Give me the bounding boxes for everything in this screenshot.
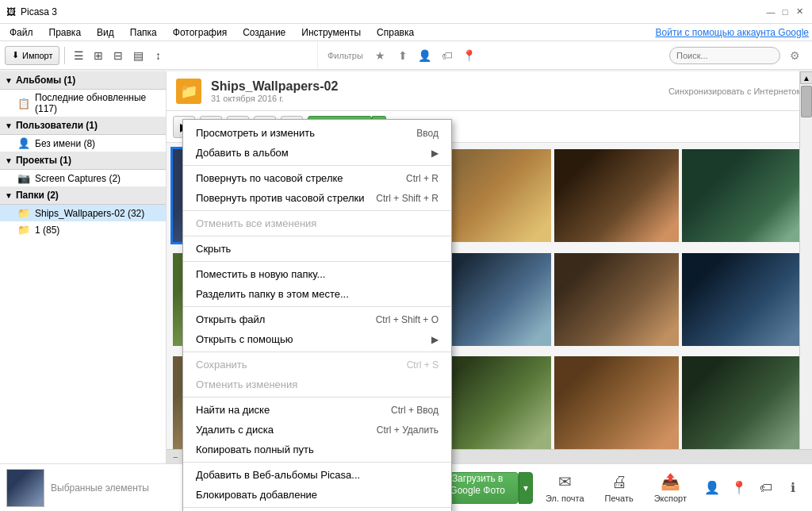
- ctx-split-folder-label: Разделить папку в этом месте...: [196, 288, 349, 300]
- sidebar-item-ships-folder[interactable]: 📁 Ships_Wallpapers-02 (32): [0, 205, 166, 221]
- ctx-find-on-disk[interactable]: Найти на диске Ctrl + Ввод: [183, 400, 451, 420]
- bottom-tools: 👤 📍 🏷 ℹ: [699, 475, 806, 501]
- ctx-divider-5: [183, 306, 451, 307]
- maximize-button[interactable]: □: [779, 6, 791, 18]
- photo-thumb-4[interactable]: [554, 149, 678, 242]
- menu-tools[interactable]: Инструменты: [295, 25, 367, 40]
- ctx-move-folder-label: Поместить в новую папку...: [196, 268, 325, 280]
- face-tag-button[interactable]: 👤: [699, 475, 725, 501]
- users-arrow-icon: ▼: [5, 121, 13, 130]
- scrollbar[interactable]: ▲ ▼: [799, 71, 812, 463]
- photo-thumb-15[interactable]: [682, 356, 806, 449]
- sidebar-projects-header[interactable]: ▼ Проекты (1): [0, 152, 166, 170]
- photo-thumb-14[interactable]: [554, 356, 678, 449]
- filter-person-icon[interactable]: 👤: [417, 48, 433, 63]
- ctx-block-add[interactable]: Блокировать добавление: [183, 485, 451, 505]
- ctx-rotate-cw-shortcut: Ctrl + R: [406, 173, 439, 184]
- ctx-divider-3: [183, 236, 451, 236]
- google-signin-link[interactable]: Войти с помощью аккаунта Google: [656, 27, 809, 38]
- export-button[interactable]: 📤 Экспорт: [646, 469, 695, 506]
- sidebar-users-header[interactable]: ▼ Пользователи (1): [0, 117, 166, 135]
- toolbar-icons: ☰ ⊞ ⊟ ▤ ↕: [70, 47, 167, 64]
- upload-google-dropdown[interactable]: ▾: [519, 472, 533, 504]
- ctx-divider-6: [183, 352, 451, 352]
- ctx-undo-all[interactable]: Отменить все изменения: [183, 213, 451, 233]
- ctx-divider-9: [183, 507, 451, 508]
- sync-button[interactable]: Синхронизировать с Интернетом: [668, 86, 802, 96]
- view-grid-icon[interactable]: ⊞: [90, 47, 107, 64]
- menu-create[interactable]: Создание: [236, 25, 292, 40]
- scroll-thumb[interactable]: [801, 86, 812, 117]
- ctx-find-on-disk-shortcut: Ctrl + Ввод: [391, 405, 439, 416]
- ctx-add-web-album[interactable]: Добавить в Веб-альбомы Picasa...: [183, 465, 451, 485]
- menu-folder[interactable]: Папка: [124, 25, 163, 40]
- filter-location-icon[interactable]: 📍: [462, 48, 477, 63]
- ctx-view-edit[interactable]: Просмотреть и изменить Ввод: [183, 123, 451, 143]
- ctx-copy-path[interactable]: Копировать полный путь: [183, 440, 451, 459]
- ctx-rotate-ccw[interactable]: Повернуть против часовой стрелки Ctrl + …: [183, 188, 451, 208]
- projects-header-label: Проекты (1): [16, 155, 71, 166]
- ctx-move-folder[interactable]: Поместить в новую папку...: [183, 264, 451, 284]
- print-icon: 🖨: [611, 473, 627, 491]
- view-small-icon[interactable]: ▤: [129, 47, 147, 64]
- ctx-hide[interactable]: Скрыть: [183, 239, 451, 259]
- ctx-split-folder[interactable]: Разделить папку в этом месте...: [183, 284, 451, 304]
- screen-captures-label: Screen Captures (2): [35, 173, 121, 184]
- search-input[interactable]: [669, 47, 780, 64]
- sidebar-item-screen-captures[interactable]: 📷 Screen Captures (2): [0, 170, 166, 186]
- sort-icon[interactable]: ↕: [149, 47, 167, 64]
- ctx-rotate-ccw-label: Повернуть против часовой стрелки: [196, 192, 365, 204]
- sidebar-item-recent[interactable]: 📋 Последние обновленные (117): [0, 90, 166, 117]
- email-button[interactable]: ✉ Эл. почта: [538, 469, 592, 506]
- sidebar-item-user[interactable]: 👤 Без имени (8): [0, 135, 166, 152]
- filter-upload-icon[interactable]: ⬆: [395, 48, 411, 63]
- selected-preview-thumb[interactable]: [6, 469, 44, 507]
- ctx-add-album-arrow: ▶: [431, 148, 439, 159]
- app-icon: 🖼: [6, 6, 16, 17]
- toolbar-separator: [64, 47, 65, 64]
- ctx-open-with[interactable]: Открыть с помощью ▶: [183, 329, 451, 349]
- filter-tag-icon[interactable]: 🏷: [439, 48, 455, 63]
- sidebar-folders-header[interactable]: ▼ Папки (2): [0, 186, 166, 205]
- view-large-icon[interactable]: ⊟: [109, 47, 127, 64]
- ctx-save[interactable]: Сохранить Ctrl + S: [183, 355, 451, 375]
- geo-tag-button[interactable]: 📍: [726, 475, 752, 501]
- sidebar-albums-header[interactable]: ▼ Альбомы (1): [0, 71, 166, 90]
- users-header-label: Пользователи (1): [16, 120, 98, 131]
- ctx-rotate-cw[interactable]: Повернуть по часовой стрелке Ctrl + R: [183, 168, 451, 188]
- ctx-view-edit-label: Просмотреть и изменить: [196, 127, 315, 139]
- ctx-divider-7: [183, 397, 451, 398]
- minimize-button[interactable]: —: [764, 6, 777, 18]
- import-button[interactable]: ⬇ Импорт: [5, 46, 59, 65]
- tag-button[interactable]: 🏷: [753, 475, 779, 501]
- filter-star-icon[interactable]: ★: [373, 48, 389, 63]
- context-menu: Просмотреть и изменить Ввод Добавить в а…: [182, 119, 452, 511]
- zoom-minus-icon[interactable]: −: [173, 452, 178, 462]
- ctx-delete-from-disk[interactable]: Удалить с диска Ctrl + Удалить: [183, 420, 451, 440]
- ctx-open-file-shortcut: Ctrl + Shift + O: [376, 314, 439, 325]
- folder2-icon: 📁: [17, 224, 30, 236]
- print-button[interactable]: 🖨 Печать: [597, 470, 642, 506]
- filter-settings-icon[interactable]: ⚙: [787, 48, 802, 63]
- ctx-divider-4: [183, 261, 451, 262]
- close-button[interactable]: ✕: [793, 6, 806, 18]
- photo-thumb-10[interactable]: [682, 253, 806, 346]
- ctx-add-album[interactable]: Добавить в альбом ▶: [183, 143, 451, 163]
- export-label: Экспорт: [654, 494, 687, 503]
- view-list-icon[interactable]: ☰: [70, 47, 87, 64]
- menu-photo[interactable]: Фотография: [167, 25, 233, 40]
- menu-help[interactable]: Справка: [370, 25, 420, 40]
- photo-thumb-9[interactable]: [554, 253, 678, 346]
- ctx-undo-changes[interactable]: Отменить изменения: [183, 375, 451, 394]
- menu-edit[interactable]: Правка: [43, 25, 88, 40]
- ctx-open-file[interactable]: Открыть файл Ctrl + Shift + O: [183, 309, 451, 329]
- ctx-add-album-label: Добавить в альбом: [196, 147, 289, 159]
- folder2-label: 1 (85): [35, 225, 59, 236]
- menu-view[interactable]: Вид: [90, 25, 121, 40]
- photo-thumb-5[interactable]: [682, 149, 806, 242]
- sidebar-item-folder2[interactable]: 📁 1 (85): [0, 221, 166, 238]
- scroll-up-button[interactable]: ▲: [800, 71, 812, 84]
- info-button[interactable]: ℹ: [780, 475, 806, 501]
- ctx-divider-2: [183, 210, 451, 211]
- menu-file[interactable]: Файл: [3, 25, 40, 40]
